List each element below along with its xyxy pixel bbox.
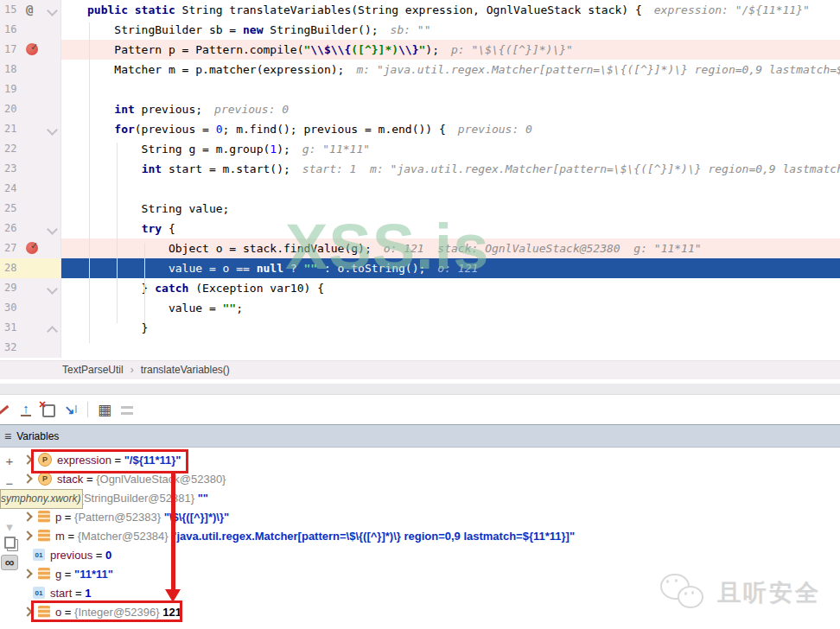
line-number[interactable]: 15 <box>4 0 16 20</box>
variable-row-start[interactable]: 01start = 1 <box>19 583 840 602</box>
gutter[interactable]: 15@ <box>0 0 61 20</box>
line-number[interactable]: 22 <box>4 139 16 159</box>
code-line-18[interactable]: 18 Matcher m = p.matcher(expression);m: … <box>0 60 840 79</box>
code-text[interactable]: } catch (Exception var10) { <box>61 278 840 298</box>
variable-row-o[interactable]: o = {Integer@52396} 121 <box>19 602 840 621</box>
code-line-23[interactable]: 23 int start = m.start();start: 1 m: "ja… <box>0 159 840 179</box>
breakpoint-icon[interactable]: ✓ <box>26 43 38 55</box>
gutter[interactable]: 28 <box>0 258 61 278</box>
code-line-20[interactable]: 20 int previous;previous: 0 <box>0 99 840 119</box>
menu-icon[interactable]: ≡ <box>4 429 11 443</box>
gutter[interactable]: 26 <box>0 219 61 238</box>
code-text[interactable]: StringBuilder sb = new StringBuilder();s… <box>61 20 840 40</box>
code-line-25[interactable]: 25 String value; <box>0 199 840 219</box>
code-text[interactable]: Matcher m = p.matcher(expression);m: "ja… <box>61 60 840 79</box>
gutter[interactable]: 22 <box>0 139 61 159</box>
code-line-30[interactable]: 30 value = ""; <box>0 298 840 318</box>
code-text[interactable]: } <box>61 318 840 338</box>
expand-chevron-icon[interactable] <box>22 473 32 483</box>
code-line-26[interactable]: 26 try { <box>0 219 840 238</box>
watch-infinity-icon[interactable]: ∞ <box>1 555 18 570</box>
gutter[interactable]: 25 <box>0 199 61 219</box>
variable-row-m[interactable]: m = {Matcher@52384} "java.util.regex.Mat… <box>19 526 840 545</box>
gutter[interactable]: 30 <box>0 298 61 318</box>
expand-chevron-icon[interactable] <box>22 511 32 521</box>
gutter[interactable]: 21 <box>0 119 61 139</box>
fold-icon[interactable] <box>47 283 58 295</box>
gutter[interactable]: 27✓ <box>0 238 61 258</box>
code-line-24[interactable]: 24 <box>0 179 840 199</box>
expand-chevron-icon[interactable] <box>22 607 32 616</box>
gutter[interactable]: 32 <box>0 338 61 358</box>
copy-icon[interactable] <box>4 537 16 549</box>
variable-row-expression[interactable]: Pexpression = "/${11*11}" <box>19 450 840 469</box>
code-text[interactable]: for(previous = 0; m.find(); previous = m… <box>61 119 840 139</box>
code-line-28[interactable]: 28 value = o == null ? "" : o.toString()… <box>0 258 840 278</box>
code-text[interactable]: Pattern p = Pattern.compile("\\$\\{([^}]… <box>61 40 840 60</box>
code-line-21[interactable]: 21 for(previous = 0; m.find(); previous … <box>0 119 840 139</box>
code-line-15[interactable]: 15@public static String translateVariabl… <box>0 0 840 20</box>
step-over-icon[interactable] <box>0 399 15 420</box>
variable-row-sb[interactable]: sb = {StringBuilder@52381} "" <box>19 488 840 507</box>
variable-row-stack[interactable]: Pstack = {OgnlValueStack@52380} <box>19 469 840 488</box>
expand-chevron-icon[interactable] <box>22 531 32 540</box>
code-line-27[interactable]: 27✓ Object o = stack.findValue(g);o: 121… <box>0 238 840 258</box>
breadcrumb-method[interactable]: translateVariables() <box>141 364 230 376</box>
code-text[interactable]: String value; <box>61 199 840 219</box>
breakpoint-icon[interactable]: ✓ <box>26 242 38 254</box>
gutter[interactable]: 24 <box>0 179 61 199</box>
expand-chevron-icon[interactable] <box>22 569 32 578</box>
gutter[interactable]: 17✓ <box>0 40 61 60</box>
line-number[interactable]: 20 <box>4 99 16 119</box>
code-text[interactable]: int start = m.start();start: 1 m: "java.… <box>61 159 840 179</box>
variable-row-previous[interactable]: 01previous = 0 <box>19 545 840 564</box>
line-number[interactable]: 31 <box>4 318 16 338</box>
line-number[interactable]: 18 <box>4 60 16 79</box>
layout-settings-icon[interactable] <box>116 399 138 420</box>
code-line-31[interactable]: 31 } <box>0 318 840 338</box>
fold-icon[interactable] <box>47 5 58 16</box>
code-text[interactable]: public static String translateVariables(… <box>61 0 840 20</box>
code-text[interactable]: value = o == null ? "" : o.toString();o:… <box>61 258 840 278</box>
breadcrumb-class[interactable]: TextParseUtil <box>62 364 124 376</box>
variables-header[interactable]: ≡ Variables <box>0 424 840 448</box>
run-to-cursor-icon[interactable]: ↘I <box>60 399 82 420</box>
code-text[interactable]: String g = m.group(1);g: "11*11" <box>61 139 840 159</box>
gutter[interactable]: 29 <box>0 278 61 298</box>
code-text[interactable] <box>61 79 840 99</box>
add-watch-icon[interactable]: + <box>3 454 16 468</box>
code-text[interactable]: value = ""; <box>61 298 840 318</box>
code-line-19[interactable]: 19 <box>0 79 840 99</box>
line-number[interactable]: 27 <box>4 238 16 258</box>
line-number[interactable]: 17 <box>4 40 16 60</box>
line-number[interactable]: 24 <box>4 179 16 199</box>
line-number[interactable]: 26 <box>4 219 16 238</box>
code-text[interactable]: int previous;previous: 0 <box>61 99 840 119</box>
code-line-32[interactable]: 32 <box>0 338 840 358</box>
evaluate-expression-icon[interactable]: ▦ <box>93 399 116 420</box>
code-line-29[interactable]: 29 } catch (Exception var10) { <box>0 278 840 298</box>
fold-icon[interactable] <box>47 124 58 136</box>
line-number[interactable]: 25 <box>4 199 16 219</box>
line-number[interactable]: 21 <box>4 119 16 139</box>
step-out-icon[interactable]: ↑ <box>15 399 37 420</box>
gutter[interactable]: 31 <box>0 318 61 338</box>
code-text[interactable]: try { <box>61 219 840 238</box>
line-number[interactable]: 23 <box>4 159 16 179</box>
line-number[interactable]: 28 <box>4 258 16 278</box>
code-text[interactable] <box>61 179 840 199</box>
code-line-22[interactable]: 22 String g = m.group(1);g: "11*11" <box>0 139 840 159</box>
gutter[interactable]: 16 <box>0 20 61 40</box>
line-number[interactable]: 19 <box>4 79 16 99</box>
force-step-over-icon[interactable]: ✕ <box>37 399 60 420</box>
variable-row-g[interactable]: g = "11*11" <box>19 564 840 583</box>
gutter[interactable]: 20 <box>0 99 61 119</box>
gutter[interactable]: 19 <box>0 79 61 99</box>
line-number[interactable]: 29 <box>4 278 16 298</box>
line-number[interactable]: 16 <box>4 20 16 40</box>
line-number[interactable]: 32 <box>4 338 16 358</box>
expand-chevron-icon[interactable] <box>22 454 32 464</box>
code-line-17[interactable]: 17✓ Pattern p = Pattern.compile("\\$\\{(… <box>0 40 840 60</box>
gutter[interactable]: 18 <box>0 60 61 79</box>
gutter[interactable]: 23 <box>0 159 61 179</box>
